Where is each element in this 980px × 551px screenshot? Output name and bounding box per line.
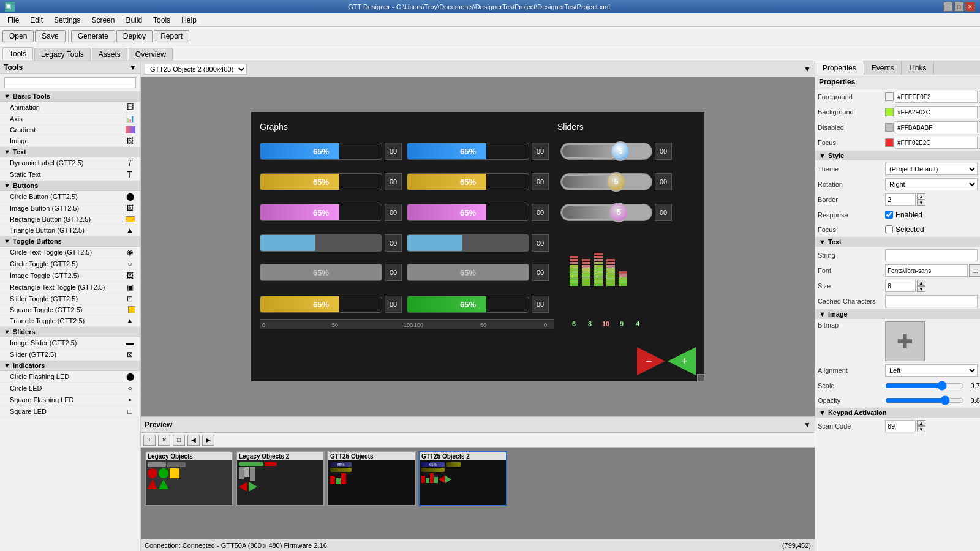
text-section-header[interactable]: ▼ Text <box>815 237 980 247</box>
generate-button[interactable]: Generate <box>71 30 115 42</box>
focus-selected-checkbox[interactable] <box>885 225 893 233</box>
keypad-section-header[interactable]: ▼ Keypad Activation <box>815 408 980 418</box>
bar-4a[interactable] <box>260 234 382 252</box>
preview-thumb-2[interactable]: GTT25 Objects 65% <box>327 451 416 506</box>
tool-dynamic-label[interactable]: Dynamic Label (GTT2.5) T <box>0 157 140 169</box>
section-toggle-buttons[interactable]: ▼ Toggle Buttons <box>0 236 140 247</box>
restore-button[interactable]: □ <box>954 2 964 12</box>
left-arrow[interactable]: − <box>637 347 665 375</box>
tool-slider[interactable]: Slider (GTT2.5) ⊠ <box>0 349 140 361</box>
background-input[interactable]: #FFA2F02C <box>895 106 978 118</box>
tool-image-toggle[interactable]: Image Toggle (GTT2.5) 🖼 <box>0 270 140 282</box>
report-button[interactable]: Report <box>154 30 189 42</box>
save-button[interactable]: Save <box>35 30 65 42</box>
border-down[interactable]: ▼ <box>917 200 925 206</box>
open-button[interactable]: Open <box>2 30 34 42</box>
tool-triangle-button[interactable]: Triangle Button (GTT2.5) ▲ <box>0 225 140 236</box>
bar-1a[interactable]: 65% <box>260 143 382 160</box>
tab-links[interactable]: Links <box>902 61 934 75</box>
slider-track-1[interactable]: 5 <box>560 143 652 160</box>
tab-legacy-tools[interactable]: Legacy Tools <box>34 48 91 61</box>
border-input[interactable]: 2 <box>885 193 916 206</box>
bar-5a[interactable]: 65% <box>260 264 382 281</box>
slider-track-3[interactable]: 5 <box>560 204 652 221</box>
canvas-dropdown-arrow[interactable]: ▼ <box>804 65 811 73</box>
scale-slider[interactable] <box>885 381 964 390</box>
preview-thumb-0[interactable]: Legacy Objects <box>145 451 233 506</box>
slider-thumb-3[interactable]: 5 <box>609 203 628 222</box>
response-enabled-checkbox[interactable] <box>885 211 893 219</box>
preview-btn-next[interactable]: ▶ <box>202 435 214 446</box>
menu-file[interactable]: File <box>2 15 24 26</box>
tool-circle-button[interactable]: Circle Button (GTT2.5) ⬤ <box>0 191 140 203</box>
preview-btn-add[interactable]: + <box>143 435 156 446</box>
bar-1b[interactable]: 65% <box>407 143 529 160</box>
tool-slider-toggle[interactable]: Slider Toggle (GTT2.5) ⊡ <box>0 293 140 305</box>
bar-4b[interactable] <box>407 234 529 252</box>
scancode-up[interactable]: ▲ <box>917 420 925 426</box>
tab-properties[interactable]: Properties <box>815 61 864 75</box>
tool-animation[interactable]: Animation 🎞 <box>0 102 140 113</box>
alignment-select[interactable]: Left <box>885 364 978 377</box>
tool-image-slider[interactable]: Image Slider (GTT2.5) ▬ <box>0 337 140 349</box>
menu-edit[interactable]: Edit <box>25 15 48 26</box>
scancode-down[interactable]: ▼ <box>917 426 925 432</box>
preview-btn-remove[interactable]: ✕ <box>158 435 170 446</box>
theme-select[interactable]: (Project Default) <box>885 163 978 175</box>
preview-thumb-3[interactable]: GTT25 Objects 2 65% <box>418 451 507 506</box>
tool-image-button[interactable]: Image Button (GTT2.5) 🖼 <box>0 203 140 214</box>
section-indicators[interactable]: ▼ Indicators <box>0 361 140 371</box>
preview-thumb-1[interactable]: Legacy Objects 2 <box>236 451 325 506</box>
canvas[interactable]: Graphs Sliders 65% 00 65% 00 <box>251 112 704 381</box>
foreground-input[interactable]: #FFEEF0F2 <box>895 91 978 103</box>
canvas-dropdown[interactable]: GTT25 Objects 2 (800x480) <box>145 64 247 75</box>
tool-axis[interactable]: Axis 📊 <box>0 113 140 125</box>
close-button[interactable]: ✕ <box>965 2 975 12</box>
string-input[interactable] <box>885 249 978 261</box>
bar-2b[interactable]: 65% <box>407 173 529 190</box>
menu-tools[interactable]: Tools <box>148 15 175 26</box>
bar-6b[interactable]: 65% <box>407 296 529 313</box>
opacity-slider[interactable] <box>885 396 964 405</box>
section-sliders[interactable]: ▼ Sliders <box>0 327 140 337</box>
scancode-input[interactable]: 69 <box>885 420 916 432</box>
tool-gradient[interactable]: Gradient <box>0 125 140 135</box>
tool-circle-toggle[interactable]: Circle Toggle (GTT2.5) ○ <box>0 258 140 270</box>
tool-image[interactable]: Image 🖼 <box>0 135 140 147</box>
tool-rect-text-toggle[interactable]: Rectangle Text Toggle (GTT2.5) ▣ <box>0 282 140 293</box>
style-section-header[interactable]: ▼ Style <box>815 151 980 160</box>
section-text[interactable]: ▼ Text <box>0 147 140 157</box>
tool-square-flashing-led[interactable]: Square Flashing LED ▪ <box>0 394 140 406</box>
minimize-button[interactable]: ─ <box>943 2 953 12</box>
cached-input[interactable] <box>885 295 978 307</box>
tab-tools[interactable]: Tools <box>2 47 33 61</box>
font-input[interactable]: Fonts\libra-sans <box>885 264 968 277</box>
resize-handle[interactable] <box>697 374 704 381</box>
menu-build[interactable]: Build <box>121 15 147 26</box>
preview-btn-prev[interactable]: ◀ <box>187 435 200 446</box>
tool-triangle-toggle[interactable]: Triangle Toggle (GTT2.5) ▲ <box>0 315 140 327</box>
bar-3b[interactable]: 65% <box>407 204 529 221</box>
bar-2a[interactable]: 65% <box>260 173 382 190</box>
preview-btn-copy[interactable]: □ <box>173 435 185 446</box>
menu-help[interactable]: Help <box>176 15 202 26</box>
bar-3a[interactable]: 65% <box>260 204 382 221</box>
tab-events[interactable]: Events <box>864 61 902 75</box>
section-buttons[interactable]: ▼ Buttons <box>0 181 140 191</box>
bitmap-preview[interactable]: ✚ <box>885 321 925 361</box>
font-browse-btn[interactable]: … <box>969 264 980 277</box>
right-arrow[interactable]: + <box>668 347 696 375</box>
bar-6a[interactable]: 65% <box>260 296 382 313</box>
tool-circle-text-toggle[interactable]: Circle Text Toggle (GTT2.5) ◉ <box>0 247 140 258</box>
size-input[interactable]: 8 <box>885 280 916 292</box>
rotation-select[interactable]: Right <box>885 178 978 190</box>
tool-circle-flashing-led[interactable]: Circle Flashing LED ⬤ <box>0 371 140 383</box>
bar-5b[interactable]: 65% <box>407 264 529 281</box>
image-section-header[interactable]: ▼ Image <box>815 309 980 319</box>
tool-static-text[interactable]: Static Text T <box>0 169 140 181</box>
deploy-button[interactable]: Deploy <box>116 30 153 42</box>
tab-overview[interactable]: Overview <box>129 48 173 61</box>
focus-input[interactable]: #FFF02E2C <box>895 137 978 149</box>
border-up[interactable]: ▲ <box>917 193 925 200</box>
canvas-area[interactable]: Graphs Sliders 65% 00 65% 00 <box>141 77 815 416</box>
